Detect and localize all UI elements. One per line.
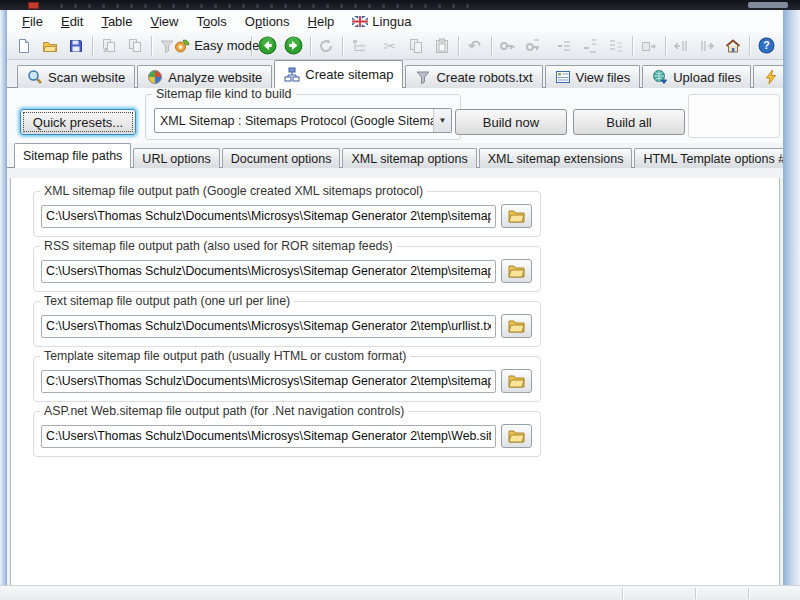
subtab-xml-sitemap-extensions[interactable]: XML sitemap extensions xyxy=(479,148,633,168)
tab-label: Create sitemap xyxy=(305,67,393,82)
browse-folder-button[interactable] xyxy=(501,314,532,338)
save-button[interactable] xyxy=(63,34,89,58)
menu-item-table[interactable]: Table xyxy=(92,12,141,31)
sitemap-kind-dropdown[interactable]: XML Sitemap : Sitemaps Protocol (Google … xyxy=(154,108,452,133)
lightning-icon xyxy=(763,69,779,85)
toolbar-separator xyxy=(491,36,492,56)
menu-item-options[interactable]: Options xyxy=(236,12,299,31)
status-separator xyxy=(622,588,623,599)
field-group: Template sitemap file output path (usual… xyxy=(33,356,541,402)
field-row xyxy=(41,314,532,338)
path-input[interactable] xyxy=(41,260,496,283)
field-row xyxy=(41,204,532,228)
field-group: ASP.net Web.sitemap file output path (fo… xyxy=(33,411,541,457)
pie-chart-icon xyxy=(147,69,163,85)
browse-folder-button[interactable] xyxy=(501,424,532,448)
tab-analyze-website[interactable]: Analyze website xyxy=(137,65,272,88)
subtab-label: XML sitemap extensions xyxy=(488,152,624,166)
browse-folder-icon xyxy=(508,264,525,278)
copy-project-button xyxy=(96,34,122,58)
tab-label: View files xyxy=(576,70,631,85)
menu-item-file[interactable]: File xyxy=(13,12,52,31)
browse-folder-button[interactable] xyxy=(501,259,532,283)
sitemap-kind-groupbox: Sitemap file kind to build XML Sitemap :… xyxy=(145,94,461,140)
tree-view-icon xyxy=(351,38,367,54)
app-icon xyxy=(28,2,39,9)
menu-item-help[interactable]: Help xyxy=(299,12,344,31)
build-now-button[interactable]: Build now xyxy=(455,109,567,135)
window-border-left xyxy=(0,10,7,585)
subtab-html-template-options-1[interactable]: HTML Template options #1 xyxy=(634,148,783,168)
find-key-icon xyxy=(499,38,515,54)
toolbar-separator xyxy=(665,36,666,56)
undo-icon: ↶ xyxy=(468,38,481,53)
refresh-icon xyxy=(318,38,334,54)
path-input[interactable] xyxy=(41,425,496,448)
subtab-label: HTML Template options #1 xyxy=(643,152,783,166)
tab-create-sitemap[interactable]: Create sitemap xyxy=(274,60,403,88)
window-body: FileEditTableViewToolsOptionsHelpLingua … xyxy=(7,10,783,585)
menu-item-label: Tools xyxy=(196,14,226,29)
toolbar-separator xyxy=(151,36,152,56)
demote-node-button xyxy=(577,34,603,58)
main-tab-strip: Scan websiteAnalyze websiteCreate sitema… xyxy=(7,60,783,88)
new-document-icon xyxy=(16,38,32,54)
status-separator xyxy=(695,588,696,599)
back-button[interactable] xyxy=(255,34,281,58)
sitemap-file-paths-page: XML sitemap file output path (Google cre… xyxy=(10,178,780,585)
browse-folder-button[interactable] xyxy=(501,369,532,393)
open-folder-button[interactable] xyxy=(37,34,63,58)
easy-mode-button[interactable]: Easy mode xyxy=(185,34,248,58)
svg-text:?: ? xyxy=(763,39,769,51)
menu-bar: FileEditTableViewToolsOptionsHelpLingua xyxy=(7,10,783,32)
path-input[interactable] xyxy=(41,315,496,338)
toolbar-separator xyxy=(310,36,311,56)
window-caption-buttons[interactable] xyxy=(748,2,788,8)
tab-ping-sitemap[interactable]: Ping sitemap xyxy=(753,65,783,88)
new-document-button[interactable] xyxy=(11,34,37,58)
subtab-url-options[interactable]: URL options xyxy=(133,148,219,168)
menu-item-view[interactable]: View xyxy=(141,12,187,31)
tab-scan-website[interactable]: Scan website xyxy=(17,65,135,88)
tab-label: Analyze website xyxy=(168,70,262,85)
tree-view-button xyxy=(346,34,372,58)
help-button[interactable]: ? xyxy=(753,34,779,58)
browse-folder-icon xyxy=(508,429,525,443)
tab-upload-files[interactable]: Upload files xyxy=(642,65,751,88)
path-input[interactable] xyxy=(41,205,496,228)
paste-button xyxy=(429,34,455,58)
forward-icon xyxy=(284,36,303,55)
quick-presets-button[interactable]: Quick presets... xyxy=(20,109,136,135)
forward-button[interactable] xyxy=(281,34,307,58)
file-list-icon xyxy=(555,69,571,85)
insert-before-icon xyxy=(673,38,689,54)
subtab-xml-sitemap-options[interactable]: XML sitemap options xyxy=(342,148,476,168)
edit-nodes-icon xyxy=(608,38,624,54)
menu-item-edit[interactable]: Edit xyxy=(52,12,92,31)
tab-create-robots-txt[interactable]: Create robots.txt xyxy=(405,65,542,88)
path-input[interactable] xyxy=(41,370,496,393)
undo-button: ↶ xyxy=(462,34,488,58)
promote-node-icon xyxy=(556,38,572,54)
copy-project-icon xyxy=(101,38,117,54)
toolbar-separator xyxy=(458,36,459,56)
title-bar xyxy=(0,0,800,10)
find-next-key-button xyxy=(520,34,546,58)
field-group: RSS sitemap file output path (also used … xyxy=(33,246,541,292)
subtab-label: Sitemap file paths xyxy=(23,149,122,163)
tab-view-files[interactable]: View files xyxy=(545,65,641,88)
browse-folder-button[interactable] xyxy=(501,204,532,228)
chevron-down-icon[interactable]: ▼ xyxy=(433,109,451,132)
menu-item-lingua[interactable]: Lingua xyxy=(343,12,420,31)
menu-item-label: Lingua xyxy=(372,14,411,29)
subtab-document-options[interactable]: Document options xyxy=(222,148,341,168)
promote-node-button xyxy=(551,34,577,58)
subtab-label: URL options xyxy=(142,152,210,166)
menu-item-tools[interactable]: Tools xyxy=(187,12,235,31)
build-all-button[interactable]: Build all xyxy=(573,109,685,135)
subtab-sitemap-file-paths[interactable]: Sitemap file paths xyxy=(14,143,131,168)
browse-folder-icon xyxy=(508,319,525,333)
home-button[interactable] xyxy=(720,34,746,58)
status-separator xyxy=(748,588,749,599)
field-label: Text sitemap file output path (one url p… xyxy=(40,294,294,308)
